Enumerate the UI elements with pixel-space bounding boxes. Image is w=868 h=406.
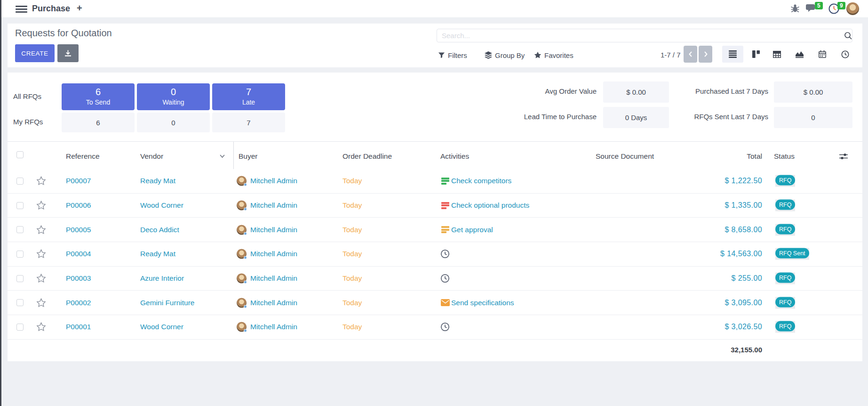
row-total: $ 1,335.00 <box>725 201 762 210</box>
select-all-checkbox[interactable] <box>16 151 24 158</box>
row-total: $ 3,026.50 <box>725 323 762 331</box>
row-vendor-link[interactable]: Wood Corner <box>140 201 183 210</box>
view-list-button[interactable] <box>722 46 743 63</box>
tile-waiting[interactable]: 0 Waiting <box>137 83 210 110</box>
row-reference-link[interactable]: P00004 <box>66 250 91 258</box>
tile-late[interactable]: 7 Late <box>212 83 285 110</box>
table-row[interactable]: P00005 Deco Addict Mitchell Admin Today … <box>8 218 862 242</box>
row-reference-link[interactable]: P00001 <box>66 323 91 331</box>
row-vendor-link[interactable]: Ready Mat <box>140 250 175 258</box>
favorite-star-icon[interactable] <box>36 274 46 284</box>
user-avatar[interactable] <box>846 2 859 15</box>
view-pivot-button[interactable] <box>766 46 788 63</box>
row-buyer-link[interactable]: Mitchell Admin <box>250 274 297 283</box>
row-buyer-link[interactable]: Mitchell Admin <box>250 323 297 331</box>
table-row[interactable]: P00004 Ready Mat Mitchell Admin Today $ … <box>8 242 862 267</box>
export-button[interactable] <box>57 44 79 62</box>
table-row[interactable]: P00001 Wood Corner Mitchell Admin Today … <box>8 315 862 340</box>
activity-icon[interactable] <box>440 274 450 283</box>
col-buyer[interactable]: Buyer <box>239 152 258 161</box>
my-rfqs-label: My RFQs <box>13 118 58 126</box>
col-source[interactable]: Source Document <box>596 152 654 161</box>
activity-icon[interactable] <box>440 322 450 332</box>
col-total[interactable]: Total <box>747 152 762 161</box>
favorite-star-icon[interactable] <box>36 249 46 259</box>
row-checkbox[interactable] <box>16 251 24 258</box>
buyer-avatar <box>237 225 247 235</box>
row-checkbox[interactable] <box>16 275 24 282</box>
activity-icon[interactable] <box>440 176 450 186</box>
table-row[interactable]: P00003 Azure Interior Mitchell Admin Tod… <box>8 267 862 291</box>
app-name[interactable]: Purchase <box>32 4 70 14</box>
view-calendar-button[interactable] <box>812 46 833 63</box>
row-buyer-link[interactable]: Mitchell Admin <box>250 226 297 234</box>
row-vendor-link[interactable]: Gemini Furniture <box>140 299 194 307</box>
row-total: $ 1,222.50 <box>725 177 762 185</box>
debug-bug-icon[interactable] <box>789 3 801 14</box>
pager-next-button[interactable] <box>699 46 712 63</box>
row-checkbox[interactable] <box>16 178 24 185</box>
table-row[interactable]: P00007 Ready Mat Mitchell Admin Today Ch… <box>8 169 862 194</box>
search-icon[interactable] <box>844 32 852 40</box>
row-reference-link[interactable]: P00007 <box>66 177 91 185</box>
messages-count-badge[interactable]: 5 <box>815 2 823 9</box>
row-checkbox[interactable] <box>16 324 24 331</box>
window-edge <box>0 0 1 406</box>
row-reference-link[interactable]: P00005 <box>66 226 91 234</box>
row-vendor-link[interactable]: Deco Addict <box>140 226 179 234</box>
favorite-star-icon[interactable] <box>36 298 46 308</box>
apps-menu-icon[interactable] <box>16 6 27 13</box>
col-status[interactable]: Status <box>774 152 795 161</box>
row-buyer-link[interactable]: Mitchell Admin <box>250 201 297 210</box>
row-checkbox[interactable] <box>16 202 24 209</box>
favorite-star-icon[interactable] <box>36 201 46 211</box>
view-activity-button[interactable] <box>835 46 856 63</box>
row-deadline: Today <box>342 323 362 331</box>
row-checkbox[interactable] <box>16 226 24 233</box>
favorites-button[interactable]: Favorites <box>534 50 573 60</box>
row-reference-link[interactable]: P00002 <box>66 299 91 307</box>
row-deadline: Today <box>342 274 362 283</box>
col-vendor[interactable]: Vendor <box>140 152 163 161</box>
my-waiting[interactable]: 0 <box>137 113 210 132</box>
filters-button[interactable]: Filters <box>438 50 467 60</box>
activity-icon[interactable] <box>440 298 450 308</box>
tile-to-send[interactable]: 6 To Send <box>62 83 135 110</box>
row-buyer-link[interactable]: Mitchell Admin <box>250 250 297 258</box>
table-row[interactable]: P00002 Gemini Furniture Mitchell Admin T… <box>8 291 862 315</box>
row-vendor-link[interactable]: Wood Corner <box>140 323 183 331</box>
activity-icon[interactable] <box>440 201 450 210</box>
optional-columns-icon[interactable] <box>839 153 848 160</box>
my-late[interactable]: 7 <box>212 113 285 132</box>
activity-label[interactable]: Check optional products <box>451 201 529 210</box>
row-buyer-link[interactable]: Mitchell Admin <box>250 177 297 185</box>
group-by-button[interactable]: Group By <box>485 50 525 60</box>
pager-previous-button[interactable] <box>684 46 697 63</box>
activity-label[interactable]: Check competitors <box>451 177 511 185</box>
search-input[interactable] <box>437 29 852 42</box>
view-kanban-button[interactable] <box>745 46 766 63</box>
row-buyer-link[interactable]: Mitchell Admin <box>250 299 297 307</box>
favorite-star-icon[interactable] <box>36 322 46 332</box>
activity-icon[interactable] <box>440 225 450 235</box>
new-tab-plus-icon[interactable]: + <box>77 3 82 14</box>
row-vendor-link[interactable]: Ready Mat <box>140 177 175 185</box>
col-activities[interactable]: Activities <box>440 152 469 161</box>
favorite-star-icon[interactable] <box>36 176 46 186</box>
activity-icon[interactable] <box>440 249 450 259</box>
activities-count-badge[interactable]: 9 <box>837 2 845 9</box>
create-button[interactable]: CREATE <box>15 44 55 62</box>
view-graph-button[interactable] <box>789 46 810 63</box>
col-reference[interactable]: Reference <box>66 152 100 161</box>
row-vendor-link[interactable]: Azure Interior <box>140 274 184 283</box>
col-deadline[interactable]: Order Deadline <box>342 152 392 161</box>
my-to-send[interactable]: 6 <box>62 113 135 132</box>
calendar-view-icon <box>819 50 826 58</box>
activity-label[interactable]: Send specifications <box>451 299 514 307</box>
row-reference-link[interactable]: P00006 <box>66 201 91 210</box>
row-reference-link[interactable]: P00003 <box>66 274 91 283</box>
favorite-star-icon[interactable] <box>36 225 46 235</box>
activity-label[interactable]: Get approval <box>451 226 493 234</box>
row-checkbox[interactable] <box>16 299 24 306</box>
table-row[interactable]: P00006 Wood Corner Mitchell Admin Today … <box>8 194 862 218</box>
